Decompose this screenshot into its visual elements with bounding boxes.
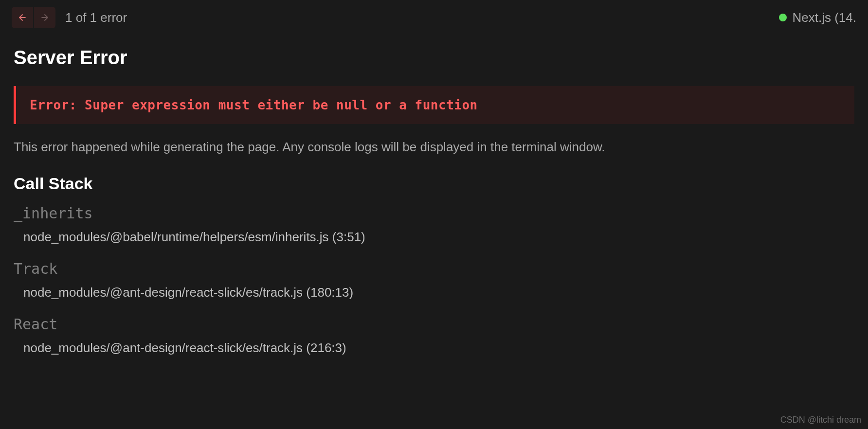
- arrow-right-icon: [40, 13, 50, 22]
- stack-function-name: Track: [14, 260, 854, 277]
- stack-location: node_modules/@ant-design/react-slick/es/…: [14, 340, 854, 356]
- stack-function-name: _inherits: [14, 205, 854, 222]
- stack-location: node_modules/@ant-design/react-slick/es/…: [14, 285, 854, 300]
- error-count-label: 1 of 1 error: [65, 10, 127, 25]
- stack-frame: Track node_modules/@ant-design/react-sli…: [14, 260, 854, 300]
- error-message-text: Error: Super expression must either be n…: [30, 98, 841, 112]
- error-message-box: Error: Super expression must either be n…: [14, 86, 854, 124]
- arrow-left-icon: [18, 13, 27, 22]
- nextjs-version-label: Next.js (14.: [793, 10, 857, 25]
- stack-function-name: React: [14, 316, 854, 333]
- stack-frame: _inherits node_modules/@babel/runtime/he…: [14, 205, 854, 245]
- error-description: This error happened while generating the…: [14, 140, 854, 155]
- error-nav-buttons: [12, 7, 55, 28]
- error-content: Server Error Error: Super expression mus…: [0, 35, 868, 383]
- stack-location: node_modules/@babel/runtime/helpers/esm/…: [14, 230, 854, 245]
- callstack-title: Call Stack: [14, 174, 854, 193]
- stack-frame: React node_modules/@ant-design/react-sli…: [14, 316, 854, 356]
- watermark: CSDN @litchi dream: [780, 415, 861, 425]
- prev-error-button[interactable]: [12, 7, 33, 28]
- header-bar: 1 of 1 error Next.js (14.: [0, 0, 868, 35]
- next-error-button[interactable]: [34, 7, 55, 28]
- header-left: 1 of 1 error: [12, 7, 127, 28]
- header-right: Next.js (14.: [779, 10, 857, 25]
- error-title: Server Error: [14, 47, 854, 69]
- status-indicator-icon: [779, 14, 787, 21]
